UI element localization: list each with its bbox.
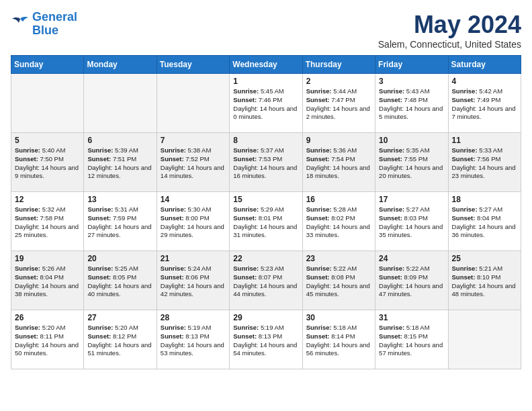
day-number: 22 <box>233 254 298 263</box>
calendar-cell: 4Sunrise: 5:42 AMSunset: 7:49 PMDaylight… <box>448 74 521 133</box>
day-number: 16 <box>306 195 371 204</box>
day-number: 9 <box>306 136 371 145</box>
calendar-cell: 10Sunrise: 5:35 AMSunset: 7:55 PMDayligh… <box>375 133 448 192</box>
day-header-tuesday: Tuesday <box>157 56 229 74</box>
cell-info: Sunrise: 5:26 AMSunset: 8:04 PMDaylight:… <box>15 265 80 299</box>
day-number: 2 <box>306 77 371 86</box>
cell-info: Sunrise: 5:33 AMSunset: 7:56 PMDaylight:… <box>452 146 517 181</box>
day-number: 7 <box>161 136 226 145</box>
day-header-friday: Friday <box>375 56 448 74</box>
calendar-cell: 16Sunrise: 5:28 AMSunset: 8:02 PMDayligh… <box>302 192 375 251</box>
day-number: 8 <box>233 136 298 145</box>
day-header-saturday: Saturday <box>448 56 521 74</box>
calendar-cell: 21Sunrise: 5:24 AMSunset: 8:06 PMDayligh… <box>157 251 229 310</box>
calendar-cell: 20Sunrise: 5:25 AMSunset: 8:05 PMDayligh… <box>84 251 157 310</box>
day-number: 13 <box>87 195 152 204</box>
day-number: 4 <box>452 77 517 86</box>
calendar-cell: 31Sunrise: 5:18 AMSunset: 8:15 PMDayligh… <box>375 310 448 369</box>
day-number: 30 <box>306 313 371 322</box>
calendar-cell: 12Sunrise: 5:32 AMSunset: 7:58 PMDayligh… <box>11 192 84 251</box>
logo-bird-icon <box>11 16 30 32</box>
cell-info: Sunrise: 5:19 AMSunset: 8:13 PMDaylight:… <box>161 324 226 358</box>
day-number: 20 <box>87 254 152 263</box>
day-number: 6 <box>87 136 152 145</box>
calendar-week-1: 1Sunrise: 5:45 AMSunset: 7:46 PMDaylight… <box>11 74 521 133</box>
day-number: 10 <box>379 136 444 145</box>
day-header-wednesday: Wednesday <box>230 56 302 74</box>
logo: General Blue <box>11 11 77 38</box>
calendar-cell: 30Sunrise: 5:18 AMSunset: 8:14 PMDayligh… <box>302 310 375 369</box>
cell-info: Sunrise: 5:42 AMSunset: 7:49 PMDaylight:… <box>452 87 517 122</box>
cell-info: Sunrise: 5:27 AMSunset: 8:03 PMDaylight:… <box>379 205 444 240</box>
calendar-cell: 14Sunrise: 5:30 AMSunset: 8:00 PMDayligh… <box>157 192 229 251</box>
day-number: 11 <box>452 136 517 145</box>
day-number: 5 <box>15 136 80 145</box>
calendar-cell: 23Sunrise: 5:22 AMSunset: 8:08 PMDayligh… <box>302 251 375 310</box>
calendar-week-5: 26Sunrise: 5:20 AMSunset: 8:11 PMDayligh… <box>11 310 521 369</box>
day-number: 23 <box>306 254 371 263</box>
calendar-cell: 11Sunrise: 5:33 AMSunset: 7:56 PMDayligh… <box>448 133 521 192</box>
calendar-cell: 28Sunrise: 5:19 AMSunset: 8:13 PMDayligh… <box>157 310 229 369</box>
cell-info: Sunrise: 5:23 AMSunset: 8:07 PMDaylight:… <box>233 265 298 299</box>
day-number: 15 <box>233 195 298 204</box>
cell-info: Sunrise: 5:32 AMSunset: 7:58 PMDaylight:… <box>15 205 80 240</box>
calendar-cell: 1Sunrise: 5:45 AMSunset: 7:46 PMDaylight… <box>230 74 302 133</box>
calendar-cell: 13Sunrise: 5:31 AMSunset: 7:59 PMDayligh… <box>84 192 157 251</box>
cell-info: Sunrise: 5:39 AMSunset: 7:51 PMDaylight:… <box>87 146 152 181</box>
cell-info: Sunrise: 5:24 AMSunset: 8:06 PMDaylight:… <box>161 265 226 299</box>
cell-info: Sunrise: 5:35 AMSunset: 7:55 PMDaylight:… <box>379 146 444 181</box>
day-number: 18 <box>452 195 517 204</box>
cell-info: Sunrise: 5:37 AMSunset: 7:53 PMDaylight:… <box>233 146 298 181</box>
day-number: 12 <box>15 195 80 204</box>
calendar-cell: 2Sunrise: 5:44 AMSunset: 7:47 PMDaylight… <box>302 74 375 133</box>
calendar-cell <box>84 74 157 133</box>
cell-info: Sunrise: 5:21 AMSunset: 8:10 PMDaylight:… <box>452 265 517 299</box>
calendar-week-2: 5Sunrise: 5:40 AMSunset: 7:50 PMDaylight… <box>11 133 521 192</box>
logo-line2: Blue <box>32 24 58 37</box>
calendar-cell: 18Sunrise: 5:27 AMSunset: 8:04 PMDayligh… <box>448 192 521 251</box>
cell-info: Sunrise: 5:31 AMSunset: 7:59 PMDaylight:… <box>87 205 152 240</box>
calendar-cell: 24Sunrise: 5:22 AMSunset: 8:09 PMDayligh… <box>375 251 448 310</box>
calendar-cell: 22Sunrise: 5:23 AMSunset: 8:07 PMDayligh… <box>230 251 302 310</box>
cell-info: Sunrise: 5:20 AMSunset: 8:12 PMDaylight:… <box>87 324 152 358</box>
calendar-week-3: 12Sunrise: 5:32 AMSunset: 7:58 PMDayligh… <box>11 192 521 251</box>
calendar-cell: 27Sunrise: 5:20 AMSunset: 8:12 PMDayligh… <box>84 310 157 369</box>
day-number: 1 <box>233 77 298 86</box>
cell-info: Sunrise: 5:36 AMSunset: 7:54 PMDaylight:… <box>306 146 371 181</box>
page-header: General Blue May 2024 Salem, Connecticut… <box>11 11 521 50</box>
calendar-cell: 7Sunrise: 5:38 AMSunset: 7:52 PMDaylight… <box>157 133 229 192</box>
cell-info: Sunrise: 5:20 AMSunset: 8:11 PMDaylight:… <box>15 324 80 358</box>
location: Salem, Connecticut, United States <box>378 39 521 50</box>
calendar-cell: 5Sunrise: 5:40 AMSunset: 7:50 PMDaylight… <box>11 133 84 192</box>
calendar-cell: 8Sunrise: 5:37 AMSunset: 7:53 PMDaylight… <box>230 133 302 192</box>
day-number: 29 <box>233 313 298 322</box>
cell-info: Sunrise: 5:29 AMSunset: 8:01 PMDaylight:… <box>233 205 298 240</box>
logo-text: General Blue <box>32 11 77 38</box>
title-block: May 2024 Salem, Connecticut, United Stat… <box>378 11 521 50</box>
cell-info: Sunrise: 5:44 AMSunset: 7:47 PMDaylight:… <box>306 87 371 122</box>
cell-info: Sunrise: 5:27 AMSunset: 8:04 PMDaylight:… <box>452 205 517 240</box>
cell-info: Sunrise: 5:45 AMSunset: 7:46 PMDaylight:… <box>233 87 298 122</box>
cell-info: Sunrise: 5:18 AMSunset: 8:14 PMDaylight:… <box>306 324 371 358</box>
calendar-cell <box>11 74 84 133</box>
calendar-cell: 6Sunrise: 5:39 AMSunset: 7:51 PMDaylight… <box>84 133 157 192</box>
cell-info: Sunrise: 5:18 AMSunset: 8:15 PMDaylight:… <box>379 324 444 358</box>
cell-info: Sunrise: 5:28 AMSunset: 8:02 PMDaylight:… <box>306 205 371 240</box>
cell-info: Sunrise: 5:22 AMSunset: 8:09 PMDaylight:… <box>379 265 444 299</box>
day-number: 26 <box>15 313 80 322</box>
calendar-cell: 19Sunrise: 5:26 AMSunset: 8:04 PMDayligh… <box>11 251 84 310</box>
cell-info: Sunrise: 5:25 AMSunset: 8:05 PMDaylight:… <box>87 265 152 299</box>
cell-info: Sunrise: 5:30 AMSunset: 8:00 PMDaylight:… <box>161 205 226 240</box>
calendar-cell <box>448 310 521 369</box>
logo-line1: General <box>32 10 77 24</box>
day-number: 24 <box>379 254 444 263</box>
calendar-cell: 17Sunrise: 5:27 AMSunset: 8:03 PMDayligh… <box>375 192 448 251</box>
calendar-cell: 25Sunrise: 5:21 AMSunset: 8:10 PMDayligh… <box>448 251 521 310</box>
calendar-cell: 29Sunrise: 5:19 AMSunset: 8:13 PMDayligh… <box>230 310 302 369</box>
calendar-cell: 3Sunrise: 5:43 AMSunset: 7:48 PMDaylight… <box>375 74 448 133</box>
day-number: 25 <box>452 254 517 263</box>
day-header-monday: Monday <box>84 56 157 74</box>
header-row: SundayMondayTuesdayWednesdayThursdayFrid… <box>11 56 521 74</box>
cell-info: Sunrise: 5:43 AMSunset: 7:48 PMDaylight:… <box>379 87 444 122</box>
cell-info: Sunrise: 5:22 AMSunset: 8:08 PMDaylight:… <box>306 265 371 299</box>
